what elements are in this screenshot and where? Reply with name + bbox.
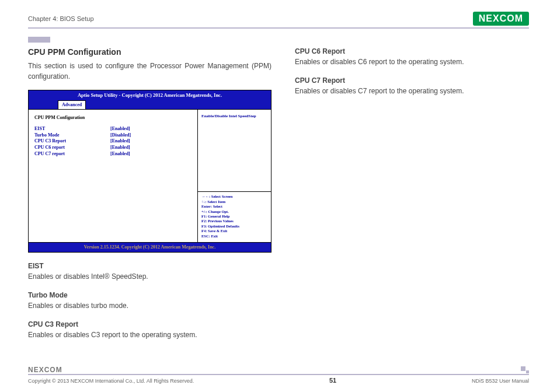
c3-heading: CPU C3 Report (28, 319, 271, 330)
turbo-text: Enables or disables turbo mode. (28, 300, 271, 311)
c6-text: Enables or disables C6 report to the ope… (295, 57, 529, 67)
section-title: CPU PPM Configuration (28, 46, 271, 58)
bios-row[interactable]: CPU C3 Report[Enabled] (34, 138, 192, 145)
page-number: 51 (194, 377, 472, 384)
c3-text: Enables or disables C3 report to the ope… (28, 330, 271, 340)
bios-row[interactable]: EIST[Enabled] (34, 126, 192, 132)
bios-right-pane: Enable/Disable Intel SpeedStep →←: Selec… (198, 110, 271, 242)
chapter-label: Chapter 4: BIOS Setup (28, 15, 94, 22)
bios-row[interactable]: CPU C7 report[Enabled] (34, 151, 192, 158)
footer-copyright: Copyright © 2013 NEXCOM International Co… (28, 378, 194, 384)
footer-rule (28, 374, 529, 375)
footer-logo: NEXCOM (28, 366, 529, 374)
bios-versionbar: Version 2.15.1234. Copyright (C) 2012 Am… (29, 242, 271, 252)
eist-heading: EIST (28, 261, 271, 271)
bios-heading: CPU PPM Configuration (34, 114, 192, 121)
bios-titlebar: Aptio Setup Utility - Copyright (C) 2012… (29, 90, 271, 100)
c7-text: Enables or disables C7 report to the ope… (295, 86, 529, 96)
c7-heading: CPU C7 Report (295, 75, 529, 86)
bios-left-pane: CPU PPM Configuration EIST[Enabled] Turb… (29, 110, 198, 242)
c6-heading: CPU C6 Report (295, 46, 529, 57)
bios-row[interactable]: CPU C6 report[Enabled] (34, 145, 192, 151)
accent-block (28, 37, 50, 43)
bios-help-keys: →←: Select Screen ↑↓: Select Item Enter:… (201, 194, 267, 239)
bios-tab-row: Advanced (29, 100, 271, 109)
bios-screenshot: Aptio Setup Utility - Copyright (C) 2012… (28, 90, 271, 253)
brand-logo: NEXCOM (473, 12, 529, 26)
section-intro: This section is used to configure the Pr… (28, 61, 271, 82)
bios-row[interactable]: Turbo Mode[Disabled] (34, 132, 192, 139)
bios-help-top: Enable/Disable Intel SpeedStep (201, 113, 267, 120)
turbo-heading: Turbo Mode (28, 290, 271, 300)
footer-manual: NDiS B532 User Manual (472, 378, 529, 384)
bios-tab-advanced[interactable]: Advanced (58, 100, 86, 109)
eist-text: Enables or disables Intel® SpeedStep. (28, 271, 271, 282)
header-rule (28, 27, 529, 29)
